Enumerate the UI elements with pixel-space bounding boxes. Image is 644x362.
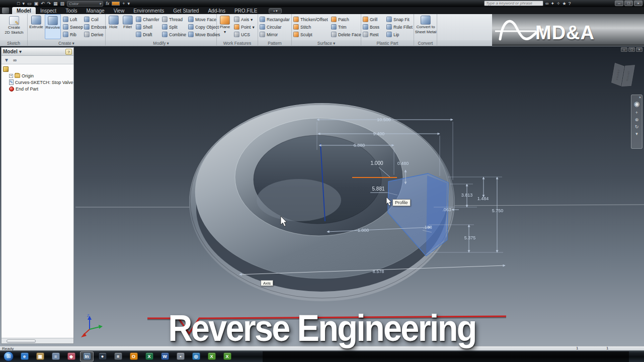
loft-button[interactable]: Loft [63,16,83,23]
tab-tools[interactable]: Tools [61,7,82,14]
color-dropdown[interactable]: Color ▾ [67,1,103,7]
fx-parameters-button[interactable]: fx [106,1,109,6]
open-file-icon[interactable]: ▭ [27,1,32,6]
help-icon[interactable]: ? [569,1,571,6]
taskbar-utility-app[interactable]: ¤ [111,351,125,361]
rectangular-pattern-button[interactable]: Rectangular [260,16,290,23]
panel-label-create[interactable]: Create▾ [28,40,106,46]
steering-wheel-icon[interactable]: ◉ [634,100,639,108]
circular-pattern-button[interactable]: Circular [260,24,290,30]
tree-item-origin[interactable]: + Origin [9,72,73,79]
taskbar-internet-explorer[interactable]: e [18,351,31,361]
axis-button[interactable]: Axis▾ [234,16,255,23]
browser-help-button[interactable]: ? [65,49,72,55]
move-face-button[interactable]: Move Face [188,16,220,23]
stitch-button[interactable]: Stitch [293,24,328,30]
hole-button[interactable]: Hole [107,14,120,30]
communication-center-icon[interactable]: ✧ [556,1,560,6]
tree-item-curves-sketch[interactable]: ✎ Curves-SKETCH: Stop Valve Sea [9,79,73,85]
taskbar-phone-app[interactable]: ▪ [174,351,187,361]
trim-button[interactable]: Trim [331,24,361,30]
tab-manage[interactable]: Manage [82,7,109,14]
rest-button[interactable]: Rest [363,31,379,38]
ucs-button[interactable]: UCS [234,31,255,38]
find-icon[interactable]: ∞ [13,57,17,63]
taskbar-notes-app[interactable]: ≡ [49,351,62,361]
grill-button[interactable]: Grill [363,16,379,23]
expander-icon[interactable]: + [9,74,13,78]
browser-header[interactable]: Model ▾ ? [2,48,73,56]
rule-fillet-button[interactable]: Rule Fillet [386,24,413,30]
shell-button[interactable]: Shell [136,24,159,30]
taskbar-green-app-1[interactable]: X [205,351,218,361]
taskbar-excel[interactable]: X [142,351,156,361]
taskbar-outlook[interactable]: O [127,351,140,361]
plane-button[interactable]: Plane ▾ [218,14,232,35]
taskbar-inventor-active[interactable]: In [80,351,94,361]
sculpt-button[interactable]: Sculpt [293,31,328,38]
fillet-button[interactable]: Fillet [121,14,134,30]
taskbar-file-explorer[interactable]: ▣ [33,351,47,361]
taskbar-dark-app[interactable]: ● [96,351,109,361]
convert-to-sheet-metal-button[interactable]: Convert to Sheet Metal [415,14,437,35]
3d-viewport-canvas[interactable]: – □ × [0,46,644,346]
tab-view[interactable]: View [109,7,129,14]
coil-button[interactable]: Coil [84,16,107,23]
thread-button[interactable]: Thread [162,16,186,23]
tab-model[interactable]: Model [12,7,36,14]
lip-button[interactable]: Lip [386,31,413,38]
tab-get-started[interactable]: Get Started [169,7,203,14]
taskbar-word[interactable]: W [158,351,172,361]
tab-inspect[interactable]: Inspect [36,7,61,14]
toolbar-options-caret-icon[interactable]: ▾ [127,1,130,6]
tab-add-ins[interactable]: Add-Ins [203,7,229,14]
point-button[interactable]: Point▾ [234,24,255,30]
plus-icon[interactable]: + [122,1,125,6]
save-file-icon[interactable]: ▣ [34,1,38,6]
browser-horizontal-scrollbar[interactable] [2,338,73,343]
taskbar-green-app-2[interactable]: X [220,351,234,361]
minimize-button[interactable]: – [615,1,623,6]
revolve-button[interactable]: Revolve [45,14,61,39]
material-swatch[interactable] [112,2,120,6]
toolbar-extra-button[interactable]: • ▾ [269,8,282,14]
chamfer-button[interactable]: Chamfer [136,16,159,23]
view-cube[interactable]: FRONT RIGHT [606,57,640,94]
patch-button[interactable]: Patch [331,16,361,23]
start-button[interactable]: ⊞ [4,351,14,361]
navbar-more-icon[interactable]: ▾ [635,131,638,136]
panel-label-modify[interactable]: Modify▾ [106,40,217,46]
filter-icon[interactable]: ▼ [4,57,9,63]
tree-item-end-of-part[interactable]: End of Part [9,85,73,92]
new-file-icon[interactable]: □ [17,1,20,6]
copy-object-button[interactable]: Copy Object [188,24,220,30]
sketch-display-icon[interactable]: ▧ [60,1,65,6]
tab-environments[interactable]: Environments [129,7,169,14]
redo-icon[interactable]: ↷ [47,1,51,6]
mirror-button[interactable]: Mirror [260,31,290,38]
draft-button[interactable]: Draft [136,31,159,38]
navbar-close-icon[interactable]: × [639,96,641,99]
delete-face-button[interactable]: Delete Face [331,31,361,38]
search-input[interactable] [484,1,543,6]
image-icon[interactable]: ▦ [53,1,58,6]
extrude-button[interactable]: Extrude [29,14,44,30]
search-binoculars-icon[interactable]: ∞ [545,1,548,6]
derive-button[interactable]: Derive [84,31,107,38]
orbit-icon[interactable]: ↻ [635,124,639,129]
rib-button[interactable]: Rib [63,31,83,38]
caret-icon[interactable]: ▾ [22,1,25,6]
tab-profile[interactable]: PRO.FILE [230,7,262,14]
close-button[interactable]: × [634,1,642,6]
emboss-button[interactable]: Emboss [84,24,107,30]
undo-icon[interactable]: ↶ [41,1,45,6]
tree-root-node[interactable] [3,66,73,72]
move-bodies-button[interactable]: Move Bodies [188,31,220,38]
subscription-icon[interactable]: ✦ [550,1,554,6]
favorites-icon[interactable]: ★ [562,1,567,6]
taskbar-browser-app[interactable]: ◎ [189,351,203,361]
split-button[interactable]: Split [162,24,186,30]
scrollbar-thumb[interactable] [7,339,36,343]
application-menu-icon[interactable] [2,8,9,14]
zoom-icon[interactable]: ⊕ [635,117,639,122]
